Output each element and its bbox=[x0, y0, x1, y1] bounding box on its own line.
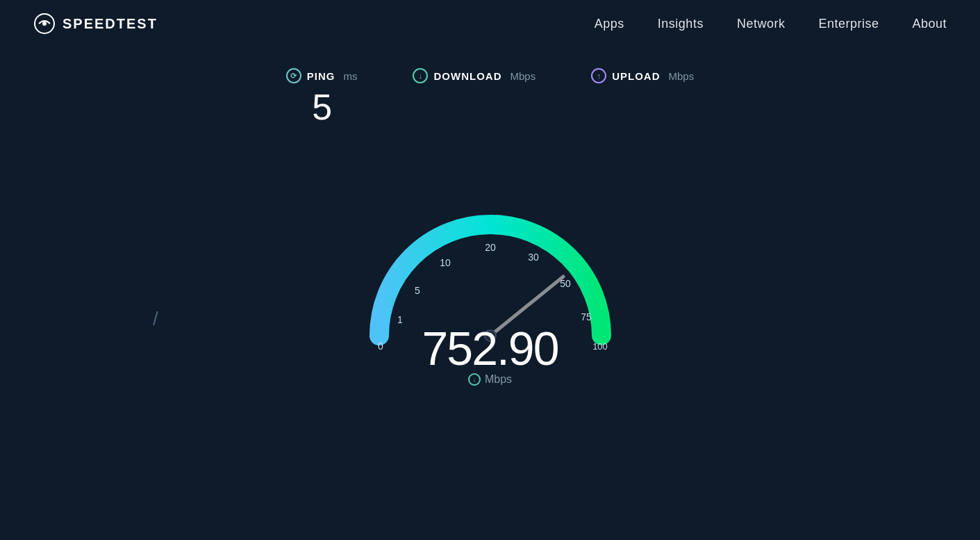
upload-unit: Mbps bbox=[669, 70, 695, 82]
ping-header: ⟳ PING ms bbox=[286, 68, 358, 83]
logo-text: SPEEDTEST bbox=[63, 16, 158, 32]
upload-header: ↑ UPLOAD Mbps bbox=[591, 68, 694, 83]
upload-label: UPLOAD bbox=[612, 70, 660, 82]
svg-text:5: 5 bbox=[415, 285, 420, 296]
download-unit: Mbps bbox=[510, 70, 535, 82]
svg-text:30: 30 bbox=[528, 252, 539, 263]
header: SPEEDTEST Apps Insights Network Enterpri… bbox=[0, 0, 980, 47]
speed-display: 752.90 ↓ Mbps bbox=[422, 325, 558, 386]
svg-text:75: 75 bbox=[581, 311, 592, 322]
speedtest-logo-icon bbox=[33, 13, 56, 35]
main-content: ⟳ PING ms 5 ↓ DOWNLOAD Mbps ↑ UPLOAD Mbp… bbox=[0, 47, 980, 405]
nav-apps[interactable]: Apps bbox=[595, 17, 624, 31]
svg-text:0: 0 bbox=[378, 341, 383, 352]
ping-value: 5 bbox=[312, 88, 331, 127]
svg-text:10: 10 bbox=[440, 257, 451, 268]
ping-metric: ⟳ PING ms 5 bbox=[286, 68, 358, 127]
logo[interactable]: SPEEDTEST bbox=[33, 13, 158, 35]
upload-icon: ↑ bbox=[591, 68, 606, 83]
nav-network[interactable]: Network bbox=[737, 17, 786, 31]
nav-enterprise[interactable]: Enterprise bbox=[818, 17, 879, 31]
ping-unit: ms bbox=[343, 70, 357, 82]
download-metric: ↓ DOWNLOAD Mbps bbox=[413, 68, 535, 88]
svg-point-1 bbox=[42, 22, 47, 26]
nav-about[interactable]: About bbox=[912, 17, 947, 31]
upload-metric: ↑ UPLOAD Mbps bbox=[591, 68, 694, 88]
nav-insights[interactable]: Insights bbox=[658, 17, 704, 31]
speedometer: 0 1 5 10 20 30 50 75 100 752.9 bbox=[344, 141, 636, 405]
svg-text:100: 100 bbox=[592, 341, 608, 352]
ping-icon: ⟳ bbox=[286, 68, 301, 83]
speed-unit: Mbps bbox=[485, 373, 512, 386]
svg-text:1: 1 bbox=[397, 314, 403, 325]
speed-value: 752.90 bbox=[422, 325, 558, 372]
metrics-row: ⟳ PING ms 5 ↓ DOWNLOAD Mbps ↑ UPLOAD Mbp… bbox=[286, 68, 694, 127]
main-nav: Apps Insights Network Enterprise About bbox=[595, 17, 947, 31]
ping-label: PING bbox=[307, 70, 335, 82]
speed-unit-row: ↓ Mbps bbox=[468, 373, 512, 386]
speed-download-icon: ↓ bbox=[468, 373, 481, 386]
svg-text:20: 20 bbox=[485, 242, 496, 253]
download-label: DOWNLOAD bbox=[433, 70, 501, 82]
download-header: ↓ DOWNLOAD Mbps bbox=[413, 68, 535, 83]
decorative-line: / bbox=[153, 308, 158, 330]
download-icon: ↓ bbox=[413, 68, 428, 83]
